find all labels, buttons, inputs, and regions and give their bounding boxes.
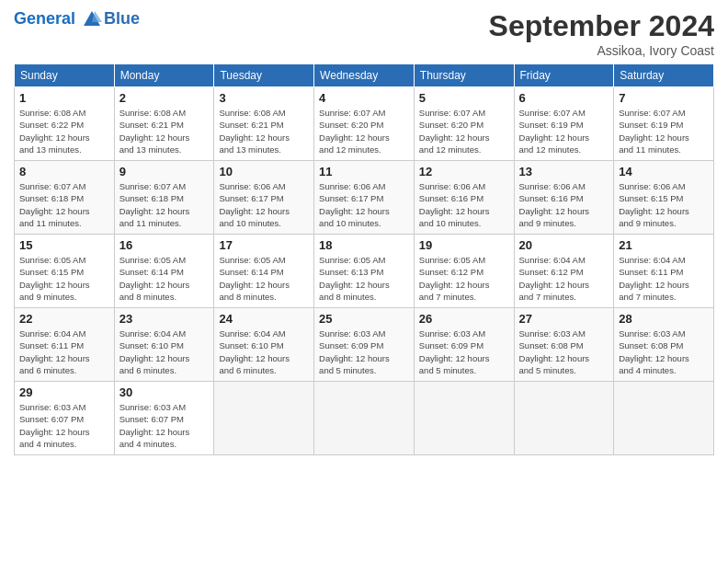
day-detail: Sunrise: 6:03 AMSunset: 6:08 PMDaylight:… [519, 327, 609, 376]
page-container: General Blue September 2024 Assikoa, Ivo… [0, 0, 728, 465]
calendar-cell: 13Sunrise: 6:06 AMSunset: 6:16 PMDayligh… [514, 161, 614, 235]
day-number: 10 [219, 165, 309, 178]
calendar-cell [514, 382, 614, 455]
month-title: September 2024 [489, 9, 714, 43]
day-number: 20 [519, 238, 609, 252]
day-detail: Sunrise: 6:07 AMSunset: 6:20 PMDaylight:… [419, 107, 509, 155]
day-detail: Sunrise: 6:04 AMSunset: 6:11 PMDaylight:… [19, 327, 109, 376]
day-detail: Sunrise: 6:04 AMSunset: 6:10 PMDaylight:… [119, 327, 210, 376]
day-number: 18 [319, 238, 409, 252]
day-detail: Sunrise: 6:07 AMSunset: 6:19 PMDaylight:… [619, 107, 709, 155]
day-detail: Sunrise: 6:03 AMSunset: 6:09 PMDaylight:… [319, 327, 409, 376]
title-block: September 2024 Assikoa, Ivory Coast [489, 9, 714, 58]
day-detail: Sunrise: 6:05 AMSunset: 6:14 PMDaylight:… [119, 254, 210, 303]
calendar-cell: 30Sunrise: 6:03 AMSunset: 6:07 PMDayligh… [114, 382, 214, 455]
calendar-cell: 9Sunrise: 6:07 AMSunset: 6:18 PMDaylight… [114, 161, 214, 235]
calendar-cell [614, 382, 714, 455]
day-number: 24 [219, 312, 309, 326]
calendar-cell: 16Sunrise: 6:05 AMSunset: 6:14 PMDayligh… [114, 235, 214, 308]
day-detail: Sunrise: 6:07 AMSunset: 6:19 PMDaylight:… [519, 107, 609, 155]
calendar-cell: 27Sunrise: 6:03 AMSunset: 6:08 PMDayligh… [514, 308, 614, 382]
day-number: 1 [19, 91, 109, 105]
calendar-cell [414, 382, 514, 455]
calendar-week-1: 1Sunrise: 6:08 AMSunset: 6:22 PMDaylight… [15, 87, 714, 161]
day-detail: Sunrise: 6:08 AMSunset: 6:21 PMDaylight:… [119, 107, 210, 155]
day-detail: Sunrise: 6:03 AMSunset: 6:09 PMDaylight:… [419, 327, 509, 376]
logo-blue: Blue [104, 10, 140, 29]
calendar-cell: 2Sunrise: 6:08 AMSunset: 6:21 PMDaylight… [114, 87, 214, 161]
day-number: 5 [419, 91, 509, 105]
calendar-cell: 25Sunrise: 6:03 AMSunset: 6:09 PMDayligh… [314, 308, 415, 382]
day-detail: Sunrise: 6:05 AMSunset: 6:15 PMDaylight:… [19, 254, 109, 303]
calendar-cell: 22Sunrise: 6:04 AMSunset: 6:11 PMDayligh… [15, 308, 115, 382]
day-number: 27 [519, 312, 609, 326]
day-number: 25 [319, 312, 409, 326]
day-number: 9 [119, 165, 210, 178]
day-detail: Sunrise: 6:08 AMSunset: 6:21 PMDaylight:… [219, 107, 309, 155]
day-number: 4 [319, 91, 409, 105]
header-saturday: Saturday [614, 64, 714, 87]
logo: General Blue [14, 9, 140, 29]
day-number: 22 [19, 312, 109, 326]
calendar-cell: 29Sunrise: 6:03 AMSunset: 6:07 PMDayligh… [15, 382, 115, 455]
calendar-week-2: 8Sunrise: 6:07 AMSunset: 6:18 PMDaylight… [15, 161, 714, 235]
day-detail: Sunrise: 6:03 AMSunset: 6:07 PMDaylight:… [119, 401, 210, 450]
calendar-table: Sunday Monday Tuesday Wednesday Thursday… [14, 63, 714, 455]
calendar-cell: 21Sunrise: 6:04 AMSunset: 6:11 PMDayligh… [614, 235, 714, 308]
location: Assikoa, Ivory Coast [489, 43, 714, 58]
calendar-cell: 28Sunrise: 6:03 AMSunset: 6:08 PMDayligh… [614, 308, 714, 382]
calendar-cell: 26Sunrise: 6:03 AMSunset: 6:09 PMDayligh… [414, 308, 514, 382]
calendar-cell: 20Sunrise: 6:04 AMSunset: 6:12 PMDayligh… [514, 235, 614, 308]
day-detail: Sunrise: 6:03 AMSunset: 6:08 PMDaylight:… [619, 327, 709, 376]
logo-icon [82, 9, 102, 29]
day-number: 3 [219, 91, 309, 105]
calendar-cell [314, 382, 415, 455]
header-tuesday: Tuesday [214, 64, 314, 87]
day-detail: Sunrise: 6:06 AMSunset: 6:17 PMDaylight:… [319, 180, 409, 229]
day-detail: Sunrise: 6:06 AMSunset: 6:17 PMDaylight:… [219, 180, 309, 229]
header-row: General Blue September 2024 Assikoa, Ivo… [14, 9, 714, 58]
calendar-cell: 19Sunrise: 6:05 AMSunset: 6:12 PMDayligh… [414, 235, 514, 308]
day-number: 15 [19, 238, 109, 252]
day-number: 23 [119, 312, 210, 326]
day-number: 12 [419, 165, 509, 178]
day-detail: Sunrise: 6:06 AMSunset: 6:15 PMDaylight:… [619, 180, 709, 229]
calendar-week-3: 15Sunrise: 6:05 AMSunset: 6:15 PMDayligh… [15, 235, 714, 308]
calendar-cell: 18Sunrise: 6:05 AMSunset: 6:13 PMDayligh… [314, 235, 415, 308]
day-detail: Sunrise: 6:04 AMSunset: 6:11 PMDaylight:… [619, 254, 709, 303]
calendar-cell: 15Sunrise: 6:05 AMSunset: 6:15 PMDayligh… [15, 235, 115, 308]
day-number: 13 [519, 165, 609, 178]
day-detail: Sunrise: 6:05 AMSunset: 6:12 PMDaylight:… [419, 254, 509, 303]
day-number: 26 [419, 312, 509, 326]
day-number: 14 [619, 165, 709, 178]
calendar-cell: 3Sunrise: 6:08 AMSunset: 6:21 PMDaylight… [214, 87, 314, 161]
calendar-cell: 17Sunrise: 6:05 AMSunset: 6:14 PMDayligh… [214, 235, 314, 308]
day-detail: Sunrise: 6:08 AMSunset: 6:22 PMDaylight:… [19, 107, 109, 155]
calendar-cell: 11Sunrise: 6:06 AMSunset: 6:17 PMDayligh… [314, 161, 415, 235]
day-number: 21 [619, 238, 709, 252]
day-detail: Sunrise: 6:04 AMSunset: 6:10 PMDaylight:… [219, 327, 309, 376]
day-number: 2 [119, 91, 210, 105]
calendar-cell: 24Sunrise: 6:04 AMSunset: 6:10 PMDayligh… [214, 308, 314, 382]
day-detail: Sunrise: 6:05 AMSunset: 6:14 PMDaylight:… [219, 254, 309, 303]
day-detail: Sunrise: 6:07 AMSunset: 6:18 PMDaylight:… [19, 180, 109, 229]
day-number: 17 [219, 238, 309, 252]
day-number: 30 [119, 385, 210, 399]
calendar-cell: 7Sunrise: 6:07 AMSunset: 6:19 PMDaylight… [614, 87, 714, 161]
day-number: 6 [519, 91, 609, 105]
calendar-week-5: 29Sunrise: 6:03 AMSunset: 6:07 PMDayligh… [15, 382, 714, 455]
svg-marker-1 [92, 11, 102, 22]
calendar-header-row: Sunday Monday Tuesday Wednesday Thursday… [15, 64, 714, 87]
logo-general: General [14, 9, 75, 28]
header-sunday: Sunday [15, 64, 115, 87]
calendar-cell: 6Sunrise: 6:07 AMSunset: 6:19 PMDaylight… [514, 87, 614, 161]
calendar-cell: 8Sunrise: 6:07 AMSunset: 6:18 PMDaylight… [15, 161, 115, 235]
day-number: 16 [119, 238, 210, 252]
calendar-cell: 14Sunrise: 6:06 AMSunset: 6:15 PMDayligh… [614, 161, 714, 235]
day-detail: Sunrise: 6:07 AMSunset: 6:20 PMDaylight:… [319, 107, 409, 155]
calendar-cell: 4Sunrise: 6:07 AMSunset: 6:20 PMDaylight… [314, 87, 415, 161]
day-detail: Sunrise: 6:03 AMSunset: 6:07 PMDaylight:… [19, 401, 109, 450]
calendar-cell: 1Sunrise: 6:08 AMSunset: 6:22 PMDaylight… [15, 87, 115, 161]
day-detail: Sunrise: 6:06 AMSunset: 6:16 PMDaylight:… [419, 180, 509, 229]
header-friday: Friday [514, 64, 614, 87]
